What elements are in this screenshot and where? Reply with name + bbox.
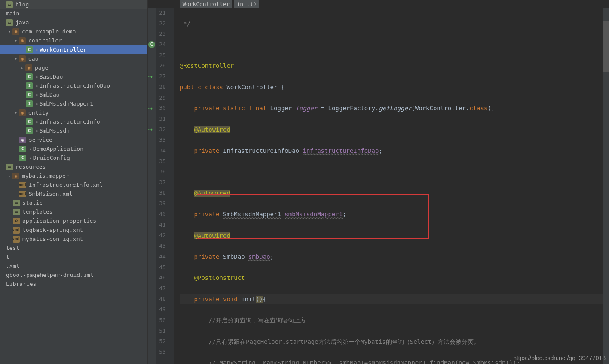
tree-item[interactable]: I●SmbMsisdnMapper1 (0, 99, 147, 108)
tree-item[interactable]: xmlSmbMsisdn.xml (0, 189, 147, 198)
modifier-icon: ● (36, 84, 38, 87)
tree-item[interactable]: C●DruidConfig (0, 153, 147, 162)
tree-label: InfrastructureInfoDao (40, 82, 110, 89)
tree-item[interactable]: C●DemoApplication (0, 144, 147, 153)
package-icon: ◉ (19, 37, 26, 44)
tree-item[interactable]: gboot-pagehelper-druid.iml (0, 270, 147, 279)
interface-icon: I (26, 100, 33, 107)
tree-item[interactable]: ▾◉entity (0, 108, 147, 117)
folder-icon: ▭ (13, 200, 20, 206)
tree-item[interactable]: ⚙application.properties (0, 216, 147, 225)
tree-label: main (6, 10, 19, 17)
vertical-scrollbar[interactable] (603, 8, 609, 364)
tree-item[interactable]: xmlmybatis-config.xml (0, 234, 147, 243)
tree-label: DemoApplication (33, 146, 83, 152)
tree-item[interactable]: ▭templates (0, 207, 147, 216)
tree-label: application.properties (22, 218, 96, 224)
tree-label: WorkController (40, 46, 87, 53)
tree-item[interactable]: I●InfrastructureInfoDao (0, 81, 147, 90)
package-icon: ◉ (19, 136, 26, 143)
tree-item[interactable]: ▭resources (0, 162, 147, 171)
xml-file-icon: xml (13, 236, 20, 243)
tree-label: gboot-pagehelper-druid.iml (6, 272, 94, 278)
tree-item[interactable]: C●SmbDao (0, 90, 147, 99)
tree-label: SmbDao (40, 91, 60, 98)
tree-label: service (29, 136, 52, 143)
class-icon: C (26, 91, 33, 98)
tree-label: blog (15, 1, 29, 8)
interface-icon: I (26, 82, 33, 89)
class-icon: C (26, 46, 33, 53)
tree-item[interactable]: C●InfrastructureInfo (0, 117, 147, 126)
class-icon: C (26, 127, 33, 134)
props-file-icon: ⚙ (13, 218, 20, 224)
folder-icon: ▭ (13, 209, 20, 215)
tree-item[interactable]: Libraries (0, 279, 147, 288)
tree-item[interactable]: ▾◉dao (0, 54, 147, 63)
tree-item[interactable]: ▾◉controller (0, 36, 147, 45)
modifier-icon: ● (30, 156, 31, 159)
tree-label: mybatis-config.xml (22, 236, 83, 242)
folder-icon: ▭ (6, 1, 13, 8)
tree-label: DruidConfig (33, 155, 70, 161)
package-icon: ◉ (19, 109, 26, 116)
modifier-icon: ● (36, 102, 38, 105)
bean-gutter-icon[interactable]: ⇢ (147, 73, 154, 80)
tree-item[interactable]: C●BaseDao (0, 72, 147, 81)
xml-file-icon: xml (19, 191, 26, 197)
tree-item[interactable]: xmllogback-spring.xml (0, 225, 147, 234)
gutter-icons: C ⇢ ⇢ ⇢ (148, 8, 156, 364)
modifier-icon: ● (36, 75, 38, 78)
project-tree[interactable]: ▭blog main ▭java ▾◉com.example.demo ▾◉co… (0, 0, 148, 364)
watermark: https://blog.csdn.net/qq_39477018 (513, 355, 606, 361)
tree-item[interactable]: test (0, 243, 147, 252)
tree-item[interactable]: t (0, 252, 147, 261)
tree-item[interactable]: xmlInfrastructureInfo.xml (0, 180, 147, 189)
tree-item[interactable]: .xml (0, 261, 147, 270)
xml-file-icon: xml (13, 227, 20, 234)
package-icon: ◉ (12, 173, 19, 179)
tree-label: test (6, 245, 19, 251)
folder-icon: ▭ (6, 164, 13, 170)
tree-item[interactable]: ▭blog (0, 0, 147, 9)
tree-label: SmbMsisdn.xml (29, 191, 73, 197)
bean-gutter-icon[interactable]: ⇢ (147, 126, 154, 133)
tree-item[interactable]: ▭java (0, 18, 147, 27)
tree-item[interactable]: main (0, 9, 147, 18)
tree-item[interactable]: ▭static (0, 198, 147, 207)
package-icon: ◉ (19, 55, 26, 62)
class-icon: C (19, 146, 26, 152)
code-area[interactable]: */ @RestController public class WorkCont… (174, 8, 603, 364)
ide-root: ▭blog main ▭java ▾◉com.example.demo ▾◉co… (0, 0, 609, 364)
tree-item[interactable]: ◉service (0, 135, 147, 144)
tree-label: logback-spring.xml (22, 227, 83, 233)
tree-label: java (15, 19, 29, 26)
tree-label: .xml (6, 263, 19, 269)
tree-label: InfrastructureInfo (40, 118, 100, 125)
editor-container: WorkController init() C ⇢ ⇢ ⇢ 21 22 23 2… (148, 0, 609, 364)
tree-label: BaseDao (40, 73, 63, 80)
class-gutter-icon[interactable]: C (148, 41, 155, 48)
tree-item[interactable]: ▾◉com.example.demo (0, 27, 147, 36)
modifier-icon: ● (36, 120, 38, 123)
bean-gutter-icon[interactable]: ⇢ (147, 105, 154, 112)
tree-label: dao (28, 55, 38, 62)
modifier-icon: ● (30, 147, 31, 150)
breadcrumb-method[interactable]: init() (234, 0, 259, 8)
tree-item[interactable]: C●SmbMsisdn (0, 126, 147, 135)
scrollbar-thumb[interactable] (603, 21, 609, 72)
tree-label: InfrastructureInfo.xml (29, 182, 103, 188)
tree-label: entity (28, 109, 49, 116)
tree-label: controller (28, 37, 62, 44)
breadcrumb-class[interactable]: WorkController (180, 0, 233, 8)
tree-label: mybatis.mapper (22, 173, 69, 179)
folder-icon: ▭ (6, 19, 13, 26)
class-icon: C (26, 118, 33, 125)
tree-item[interactable]: ▸◉page (0, 63, 147, 72)
tree-item[interactable]: ▾◉mybatis.mapper (0, 171, 147, 180)
tree-label: t (6, 254, 9, 260)
tree-item-selected[interactable]: C●WorkController (0, 45, 147, 54)
editor[interactable]: C ⇢ ⇢ ⇢ 21 22 23 24 25 26 27 28 29 30 31… (148, 8, 609, 364)
tree-label: Libraries (6, 281, 36, 287)
xml-file-icon: xml (19, 182, 26, 188)
